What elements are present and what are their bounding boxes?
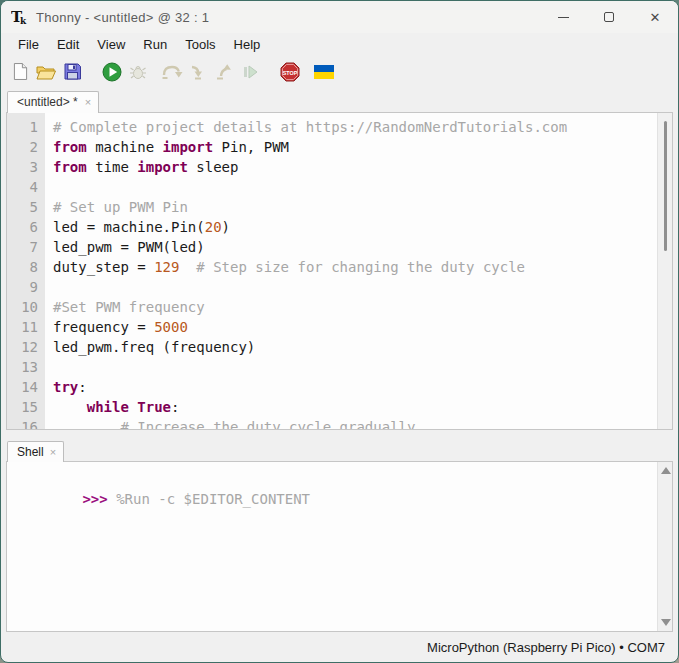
line-number: 14: [7, 377, 38, 397]
line-number: 6: [7, 217, 38, 237]
shell-output[interactable]: >>> %Run -c $EDITOR_CONTENT: [7, 462, 657, 631]
code-line: led_pwm.freq (frequency): [53, 337, 657, 357]
tab-close-icon[interactable]: ×: [85, 97, 91, 108]
code-editor[interactable]: 12345678910111213141516 # Complete proje…: [6, 112, 673, 430]
toolbar: STOP: [1, 55, 678, 88]
shell-close-icon[interactable]: ×: [50, 447, 56, 458]
stop-restart-button[interactable]: STOP: [277, 59, 303, 85]
code-line: led_pwm = PWM(led): [53, 237, 657, 257]
maximize-icon: [604, 12, 614, 22]
scroll-down-icon[interactable]: [661, 619, 671, 626]
step-out-icon: [214, 64, 234, 80]
title-bar[interactable]: T k Thonny - <untitled> @ 32 : 1 ✕: [1, 1, 678, 33]
line-number: 9: [7, 277, 38, 297]
line-number: 7: [7, 237, 38, 257]
new-file-button[interactable]: [7, 59, 33, 85]
line-number: 8: [7, 257, 38, 277]
thonny-logo-icon: T k: [11, 9, 27, 25]
debug-script-button[interactable]: [125, 59, 151, 85]
line-number: 5: [7, 197, 38, 217]
code-line: [53, 277, 657, 297]
maximize-button[interactable]: [586, 1, 632, 33]
line-number: 11: [7, 317, 38, 337]
menu-bar: File Edit View Run Tools Help: [1, 33, 678, 55]
editor-tab-bar: <untitled> * ×: [1, 88, 678, 112]
shell-tab-label: Shell: [17, 445, 44, 459]
line-number: 1: [7, 117, 38, 137]
line-number: 15: [7, 397, 38, 417]
stop-sign-icon: STOP: [280, 62, 300, 82]
tab-label: <untitled> *: [17, 95, 78, 109]
debug-bug-icon: [129, 63, 147, 81]
line-number: 13: [7, 357, 38, 377]
tab-shell[interactable]: Shell ×: [7, 441, 64, 462]
shell-tab-bar: Shell ×: [1, 439, 678, 461]
code-line: [53, 357, 657, 377]
code-line: try:: [53, 377, 657, 397]
editor-gutter: 12345678910111213141516: [7, 113, 45, 429]
thonny-window: T k Thonny - <untitled> @ 32 : 1 ✕ File …: [0, 0, 679, 663]
open-folder-icon: [36, 63, 56, 80]
step-over-button[interactable]: [159, 59, 185, 85]
code-line: while True:: [53, 397, 657, 417]
save-file-button[interactable]: [59, 59, 85, 85]
line-number: 2: [7, 137, 38, 157]
menu-file[interactable]: File: [9, 35, 48, 54]
line-number: 12: [7, 337, 38, 357]
minimize-icon: [558, 17, 569, 18]
editor-scrollbar[interactable]: [657, 113, 672, 429]
status-bar: MicroPython (Raspberry Pi Pico) • COM7: [1, 632, 678, 662]
resume-icon: [241, 64, 259, 80]
code-line: # Set up PWM Pin: [53, 197, 657, 217]
editor-scrollbar-thumb[interactable]: [664, 121, 667, 251]
minimize-button[interactable]: [540, 1, 586, 33]
code-line: from machine import Pin, PWM: [53, 137, 657, 157]
shell-command-text: %Run -c $EDITOR_CONTENT: [108, 491, 310, 507]
step-over-icon: [161, 64, 183, 80]
save-floppy-icon: [64, 63, 81, 80]
interpreter-status[interactable]: MicroPython (Raspberry Pi Pico) • COM7: [427, 640, 665, 655]
tab-untitled[interactable]: <untitled> * ×: [7, 91, 99, 113]
code-line: frequency = 5000: [53, 317, 657, 337]
new-file-icon: [13, 63, 28, 80]
menu-tools[interactable]: Tools: [176, 35, 224, 54]
code-line: # Complete project details at https://Ra…: [53, 117, 657, 137]
shell-prompt: >>>: [82, 491, 107, 507]
line-number: 16: [7, 417, 38, 430]
code-line: from time import sleep: [53, 157, 657, 177]
code-line: #Set PWM frequency: [53, 297, 657, 317]
code-line: duty_step = 129 # Step size for changing…: [53, 257, 657, 277]
menu-help[interactable]: Help: [225, 35, 270, 54]
close-button[interactable]: ✕: [632, 1, 678, 33]
menu-run[interactable]: Run: [134, 35, 176, 54]
pane-divider[interactable]: [1, 430, 678, 439]
code-line: [53, 177, 657, 197]
step-out-button[interactable]: [211, 59, 237, 85]
menu-edit[interactable]: Edit: [48, 35, 88, 54]
step-into-button[interactable]: [185, 59, 211, 85]
menu-view[interactable]: View: [88, 35, 134, 54]
scroll-up-icon[interactable]: [661, 467, 671, 474]
close-icon: ✕: [650, 11, 661, 24]
line-number: 10: [7, 297, 38, 317]
line-number: 3: [7, 157, 38, 177]
window-title: Thonny - <untitled> @ 32 : 1: [36, 10, 209, 25]
ukraine-flag-button[interactable]: [311, 59, 337, 85]
step-into-icon: [188, 64, 208, 80]
shell-panel[interactable]: >>> %Run -c $EDITOR_CONTENT: [6, 461, 673, 632]
resume-button[interactable]: [237, 59, 263, 85]
svg-text:STOP: STOP: [283, 69, 298, 75]
svg-text:k: k: [20, 16, 27, 25]
editor-lines[interactable]: # Complete project details at https://Ra…: [45, 113, 657, 429]
code-line: # Increase the duty cycle gradually: [53, 417, 657, 429]
run-play-icon: [102, 62, 122, 82]
open-file-button[interactable]: [33, 59, 59, 85]
shell-scrollbar[interactable]: [657, 462, 672, 631]
line-number: 4: [7, 177, 38, 197]
run-script-button[interactable]: [99, 59, 125, 85]
code-line: led = machine.Pin(20): [53, 217, 657, 237]
ukraine-flag-icon: [314, 65, 334, 79]
